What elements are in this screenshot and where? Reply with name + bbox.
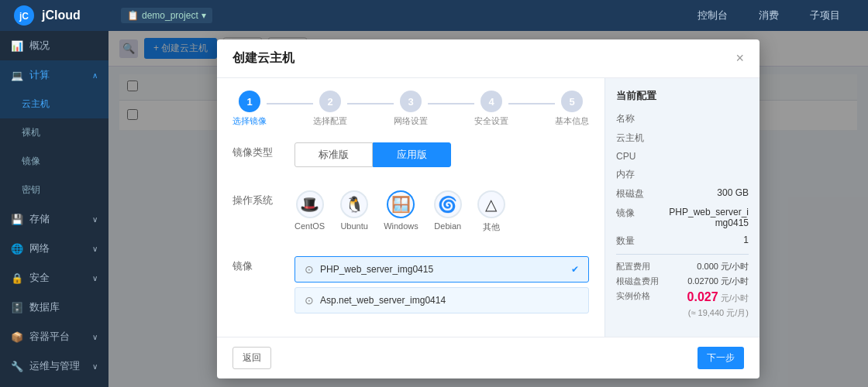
step-line-4: [508, 103, 555, 104]
nav-subproject[interactable]: 子项目: [794, 0, 856, 31]
config-key-name: 名称: [616, 112, 635, 125]
sidebar-item-devops[interactable]: 🔧 运维与管理 ∨: [0, 351, 108, 381]
sidebar-label-compute: 计算: [29, 68, 50, 82]
windows-label: Windows: [384, 221, 418, 231]
security-icon: 🔒: [11, 272, 23, 284]
back-button[interactable]: 返回: [232, 347, 271, 369]
step-2-label: 选择配置: [313, 115, 347, 127]
os-windows[interactable]: 🪟 Windows: [384, 190, 418, 233]
modal-body: 1 选择镜像 2 选择配置 3 网络设置: [217, 78, 760, 337]
devops-icon: 🔧: [11, 361, 23, 372]
centos-icon: 🎩: [296, 190, 324, 218]
main-layout: 📊 概况 💻 计算 ∧ 云主机 裸机 镜像 密钥 💾 存储 ∨ 🌐 网络 ∨: [0, 31, 868, 387]
sidebar-label-baremetal: 裸机: [22, 126, 40, 139]
sidebar-label-overview: 概况: [29, 39, 50, 53]
modal-config-sidebar: 当前配置 名称 云主机 CPU: [604, 78, 760, 337]
image-0-icon: ⊙: [305, 263, 314, 276]
image-item-0[interactable]: ⊙ PHP_web_server_img0415 ✔: [294, 256, 589, 283]
sidebar-label-container: 容器平台: [29, 330, 70, 344]
nav-console[interactable]: 控制台: [682, 0, 743, 31]
image-item-1[interactable]: ⊙ Asp.net_web_server_img0414: [294, 287, 589, 313]
step-line-2: [347, 103, 394, 104]
sidebar-item-key[interactable]: 密钥: [0, 176, 108, 204]
storage-icon: 💾: [11, 214, 23, 225]
os-group: 🎩 CentOS 🐧 Ubuntu 🪟 Windows: [294, 190, 589, 233]
step-line-1: [267, 103, 313, 104]
image-0-name: PHP_web_server_img0415: [320, 264, 433, 275]
sidebar-item-research[interactable]: 🔬 科研应用: [0, 381, 108, 387]
os-ubuntu[interactable]: 🐧 Ubuntu: [340, 190, 368, 233]
step-1-circle: 1: [239, 91, 260, 112]
price-row-config: 配置费用 0.000 元/小时: [616, 261, 749, 272]
database-icon: 🗄️: [11, 302, 23, 313]
sidebar-item-database[interactable]: 🗄️ 数据库: [0, 293, 108, 322]
sidebar-item-baremetal[interactable]: 裸机: [0, 118, 108, 147]
sidebar-item-compute[interactable]: 💻 计算 ∧: [0, 60, 108, 90]
config-key-count: 数量: [616, 235, 635, 248]
image-type-group: 标准版 应用版: [294, 142, 589, 167]
type-app-button[interactable]: 应用版: [373, 142, 451, 167]
step-4-circle: 4: [480, 91, 502, 112]
step-5-circle: 5: [561, 91, 583, 112]
step-2-circle: 2: [319, 91, 341, 112]
nav-billing[interactable]: 消费: [743, 0, 794, 31]
container-arrow: ∨: [92, 333, 98, 341]
modal-overlay: 创建云主机 × 1 选择镜像: [108, 31, 868, 387]
project-selector[interactable]: 📋 demo_project ▾: [121, 8, 212, 23]
close-icon[interactable]: ×: [735, 50, 744, 67]
config-val-disk: 300 GB: [717, 187, 749, 200]
step-3-circle: 3: [400, 91, 422, 112]
modal-footer: 返回 下一步: [217, 337, 760, 378]
step-5-label: 基本信息: [555, 115, 589, 127]
image-1-name: Asp.net_web_server_img0414: [320, 295, 446, 306]
sidebar-item-network[interactable]: 🌐 网络 ∨: [0, 234, 108, 263]
price-row-instance: 实例价格 0.027 元/小时: [616, 290, 749, 304]
price-row-disk: 根磁盘费用 0.02700 元/小时: [616, 276, 749, 287]
config-row-mem: 内存: [616, 168, 749, 181]
price-key-instance: 实例价格: [616, 290, 650, 304]
project-tag-icon: 📋: [127, 10, 139, 21]
config-title: 当前配置: [616, 89, 749, 103]
compute-arrow: ∧: [92, 71, 98, 80]
type-standard-button[interactable]: 标准版: [294, 142, 373, 167]
config-key-cpu: CPU: [616, 151, 636, 162]
config-key-mem: 内存: [616, 168, 635, 181]
sidebar-item-storage[interactable]: 💾 存储 ∨: [0, 204, 108, 234]
os-centos[interactable]: 🎩 CentOS: [294, 190, 325, 233]
sidebar-item-container[interactable]: 📦 容器平台 ∨: [0, 322, 108, 351]
sidebar-label-vm: 云主机: [22, 98, 50, 111]
image-label: 镜像: [232, 256, 294, 273]
sidebar-item-security[interactable]: 🔒 安全 ∨: [0, 263, 108, 293]
step-4: 4 安全设置: [474, 91, 508, 127]
logo-icon: jC: [12, 4, 36, 27]
price-monthly: (≈ 19,440 元/月): [688, 308, 749, 317]
next-button[interactable]: 下一步: [698, 347, 744, 369]
image-list: ⊙ PHP_web_server_img0415 ✔ ⊙ Asp.net_web…: [294, 256, 589, 313]
sidebar-item-image[interactable]: 镜像: [0, 147, 108, 176]
price-key-config: 配置费用: [616, 261, 650, 272]
image-type-row: 镜像类型 标准版 应用版: [232, 142, 589, 180]
sidebar-item-vm[interactable]: 云主机: [0, 90, 108, 118]
step-1-label: 选择镜像: [232, 115, 267, 127]
os-other[interactable]: △ 其他: [477, 190, 505, 233]
windows-icon: 🪟: [387, 190, 415, 218]
price-unit: 元/小时: [721, 293, 749, 303]
top-navbar: jC jCloud 📋 demo_project ▾ 控制台 消费 子项目: [0, 0, 868, 31]
compute-icon: 💻: [11, 70, 23, 81]
os-debian[interactable]: 🌀 Debian: [434, 190, 462, 233]
config-key-disk: 根磁盘: [616, 187, 644, 200]
price-val-config: 0.000 元/小时: [697, 261, 749, 272]
step-3: 3 网络设置: [394, 91, 428, 127]
debian-icon: 🌀: [434, 190, 462, 218]
config-row-vm: 云主机: [616, 132, 749, 145]
modal-title: 创建云主机: [232, 50, 294, 67]
devops-arrow: ∨: [92, 362, 98, 371]
price-monthly-row: (≈ 19,440 元/月): [616, 307, 749, 319]
step-5: 5 基本信息: [555, 91, 589, 127]
image-type-label: 镜像类型: [232, 142, 294, 159]
sidebar-label-security: 安全: [29, 271, 50, 285]
centos-label: CentOS: [294, 221, 325, 231]
sidebar-item-overview[interactable]: 📊 概况: [0, 31, 108, 60]
config-key-image: 镜像: [616, 207, 635, 228]
steps-bar: 1 选择镜像 2 选择配置 3 网络设置: [232, 91, 589, 127]
